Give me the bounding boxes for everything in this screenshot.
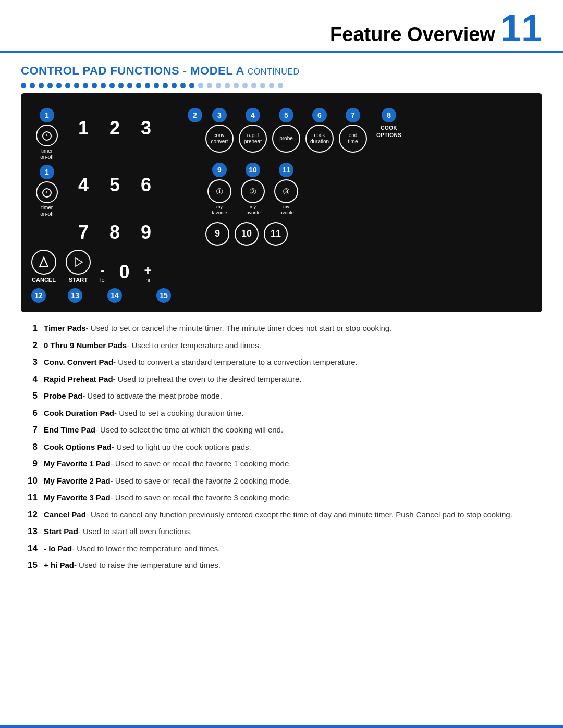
lo-sym: -	[100, 264, 104, 277]
dot	[260, 83, 265, 88]
description-item-5: 5Probe Pad- Used to activate the meat pr…	[21, 390, 542, 402]
badge-10: 10	[246, 163, 260, 177]
desc-number: 12	[21, 510, 38, 520]
my-fav-3-pad[interactable]: ③	[274, 179, 298, 203]
lo-label: lo	[100, 277, 105, 283]
badge-14: 14	[107, 288, 122, 303]
num-0[interactable]: 0	[109, 261, 140, 283]
description-item-11: 11My Favorite 3 Pad- Used to save or rec…	[21, 492, 542, 504]
desc-number: 15	[21, 560, 38, 571]
hi-label: hi	[145, 277, 150, 283]
dot	[101, 83, 106, 88]
hi-sym: +	[144, 264, 152, 277]
start-pad[interactable]: START	[66, 250, 91, 283]
dot	[234, 83, 239, 88]
description-item-6: 6Cook Duration Pad- Used to set a cookin…	[21, 408, 542, 419]
num-8[interactable]: 8	[99, 221, 130, 243]
desc-text: 0 Thru 9 Number Pads- Used to enter temp…	[44, 340, 542, 352]
desc-number: 4	[21, 374, 38, 385]
desc-text: Timer Pads- Used to set or cancel the mi…	[44, 323, 542, 335]
description-item-9: 9My Favorite 1 Pad- Used to save or reca…	[21, 458, 542, 470]
dot	[39, 83, 44, 88]
end-time-pad[interactable]: endtime	[339, 125, 367, 153]
timer-label-1: timeron-off	[40, 148, 53, 161]
dot	[172, 83, 177, 88]
desc-number: 14	[21, 544, 38, 554]
badge-3: 3	[212, 108, 227, 122]
hi-pad[interactable]: + hi	[144, 264, 152, 283]
desc-text: Cancel Pad- Used to cancel any function …	[44, 509, 542, 521]
dot	[109, 83, 115, 88]
my-fav-2-pad[interactable]: ②	[241, 179, 265, 203]
badge-11: 11	[279, 163, 293, 177]
description-item-13: 13Start Pad- Used to start all oven func…	[21, 526, 542, 538]
desc-text: Cook Duration Pad- Used to set a cooking…	[44, 408, 542, 419]
desc-number: 3	[21, 357, 38, 367]
dot	[251, 83, 256, 88]
badge-8: 8	[382, 108, 396, 122]
num-5[interactable]: 5	[99, 174, 130, 196]
dot	[207, 83, 212, 88]
badge-1: 1	[40, 108, 54, 122]
probe-pad[interactable]: probe	[272, 125, 300, 153]
badge-9: 9	[212, 163, 227, 177]
page-title: Feature Overview	[330, 23, 495, 46]
cancel-pad[interactable]: CANCEL	[31, 250, 56, 283]
desc-number: 9	[21, 459, 38, 469]
dot	[145, 83, 150, 88]
desc-text: My Favorite 1 Pad- Used to save or recal…	[44, 458, 542, 470]
svg-marker-7	[76, 258, 82, 266]
timer-pad-2[interactable]	[36, 181, 58, 203]
desc-text: End Time Pad- Used to select the time at…	[44, 424, 542, 436]
num-7[interactable]: 7	[68, 221, 99, 243]
num-6[interactable]: 6	[130, 174, 162, 196]
desc-text: My Favorite 2 Pad- Used to save or recal…	[44, 475, 542, 487]
num-1[interactable]: 1	[68, 117, 99, 139]
desc-number: 2	[21, 340, 38, 351]
badge-2: 2	[188, 108, 202, 122]
description-item-10: 10My Favorite 2 Pad- Used to save or rec…	[21, 475, 542, 487]
bottom-line	[0, 725, 563, 728]
dot	[242, 83, 248, 88]
num-3[interactable]: 3	[130, 117, 162, 139]
description-item-15: 15+ hi Pad- Used to raise the temperatur…	[21, 560, 542, 572]
badge-row-bottom: 12 13 14 15	[31, 288, 177, 303]
desc-number: 8	[21, 442, 38, 452]
timer-pad-1[interactable]	[36, 125, 58, 146]
dot-divider	[0, 78, 563, 93]
dot	[278, 83, 283, 88]
num-9[interactable]: 9	[130, 221, 162, 243]
description-item-14: 14- lo Pad- Used to lower the temperatur…	[21, 543, 542, 555]
badge-7: 7	[346, 108, 360, 122]
desc-text: My Favorite 3 Pad- Used to save or recal…	[44, 492, 542, 504]
lo-pad[interactable]: - lo	[100, 264, 105, 283]
conv-convert-pad[interactable]: conv.convert	[205, 125, 234, 153]
descriptions-section: 1Timer Pads- Used to set or cancel the m…	[0, 312, 563, 587]
desc-number: 6	[21, 408, 38, 418]
desc-number: 7	[21, 425, 38, 435]
desc-text: Probe Pad- Used to activate the meat pro…	[44, 390, 542, 402]
dot	[47, 83, 53, 88]
badge-12: 12	[31, 288, 46, 303]
num-2[interactable]: 2	[99, 117, 130, 139]
dot	[163, 83, 168, 88]
dot	[92, 83, 97, 88]
desc-number: 1	[21, 323, 38, 334]
dot	[21, 83, 26, 88]
cook-duration-pad[interactable]: cookduration	[305, 125, 334, 153]
desc-text: - lo Pad- Used to lower the temperature …	[44, 543, 542, 555]
dot	[56, 83, 62, 88]
desc-text: Start Pad- Used to start all oven functi…	[44, 526, 542, 538]
my-fav-1-pad[interactable]: ①	[207, 179, 231, 203]
dot	[198, 83, 203, 88]
dot	[225, 83, 230, 88]
dot	[118, 83, 124, 88]
badge-15: 15	[156, 288, 171, 303]
num-4[interactable]: 4	[68, 174, 99, 196]
dot	[30, 83, 35, 88]
badge-1b: 1	[40, 165, 54, 179]
rapid-preheat-pad[interactable]: rapidpreheat	[239, 125, 267, 153]
dot	[269, 83, 274, 88]
start-label: START	[69, 277, 88, 283]
description-item-2: 20 Thru 9 Number Pads- Used to enter tem…	[21, 340, 542, 352]
